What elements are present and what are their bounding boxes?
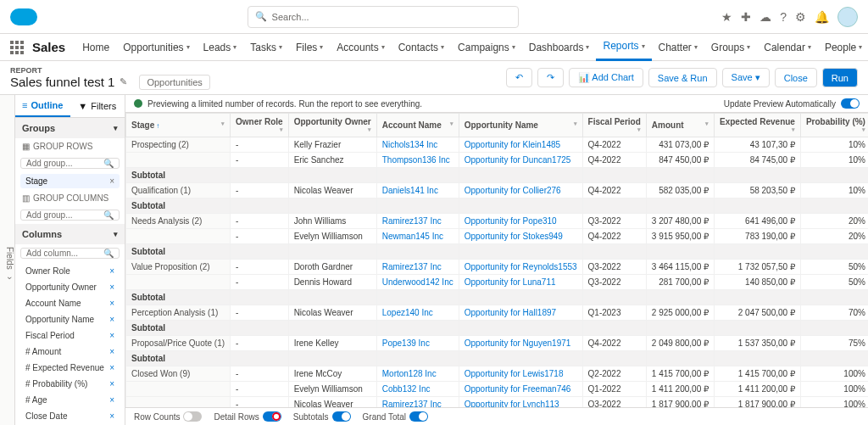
save-button[interactable]: Save ▾ xyxy=(722,68,770,87)
column-field[interactable]: # Age× xyxy=(20,393,120,407)
remove-icon[interactable]: × xyxy=(109,331,114,340)
search-icon: 🔍 xyxy=(103,210,114,220)
groups-section: Groups▾ xyxy=(15,118,125,138)
help-icon[interactable]: ? xyxy=(780,10,787,24)
table-row: -Dennis HowardUnderwood142 IncOpportunit… xyxy=(126,275,869,290)
nav-campaigns[interactable]: Campaigns ▾ xyxy=(451,34,522,61)
add-group-input[interactable]: Add group...🔍 xyxy=(20,158,120,169)
undo-button[interactable]: ↶ xyxy=(506,68,532,87)
add-icon[interactable]: ✚ xyxy=(741,10,751,24)
group-cols-label: ▥ GROUP COLUMNS xyxy=(15,190,125,206)
column-field[interactable]: Account Name× xyxy=(20,296,120,310)
app-name: Sales xyxy=(32,40,65,54)
subtotal-row: Subtotal xyxy=(126,321,869,336)
setup-gear-icon[interactable]: ⚙ xyxy=(795,10,806,24)
remove-icon[interactable]: × xyxy=(109,282,114,292)
nav-reports[interactable]: Reports ▾ xyxy=(596,34,651,61)
report-type-chip: Opportunities xyxy=(139,75,209,90)
remove-icon[interactable]: × xyxy=(109,347,114,356)
detail-rows-toggle[interactable] xyxy=(263,411,281,422)
fields-panel-tab[interactable]: Fields › xyxy=(0,95,15,425)
global-search[interactable]: 🔍 Search... xyxy=(248,6,519,28)
favorite-icon[interactable]: ★ xyxy=(721,10,732,24)
nav-people[interactable]: People ▾ xyxy=(818,34,868,61)
remove-icon[interactable]: × xyxy=(109,363,114,372)
group-pill-stage[interactable]: Stage× xyxy=(20,174,120,188)
cloud-icon[interactable]: ☁ xyxy=(760,10,771,24)
add-group-col-input[interactable]: Add group...🔍 xyxy=(20,210,120,221)
table-row: Value Proposition (2)-Doroth GardnerRami… xyxy=(126,260,869,275)
col-header[interactable]: Account Name▾ xyxy=(376,114,459,137)
subtotals-toggle[interactable] xyxy=(332,411,351,422)
remove-icon[interactable]: × xyxy=(109,176,114,186)
columns-section: Columns▾ xyxy=(15,224,125,244)
column-field[interactable]: Opportunity Owner× xyxy=(20,280,120,294)
col-header[interactable]: Owner Role▾ xyxy=(231,114,289,137)
add-chart-button[interactable]: 📊 Add Chart xyxy=(569,68,643,87)
subtotals-label: Subtotals xyxy=(293,412,329,422)
nav-home[interactable]: Home xyxy=(75,34,116,61)
col-header[interactable]: Expected Revenue▾ xyxy=(714,114,800,137)
chevron-down-icon[interactable]: ▾ xyxy=(114,124,118,132)
remove-icon[interactable]: × xyxy=(109,379,114,389)
auto-update-toggle[interactable] xyxy=(841,98,860,109)
edit-name-icon[interactable]: ✎ xyxy=(120,76,127,87)
column-field[interactable]: Close Date× xyxy=(20,409,120,423)
remove-icon[interactable]: × xyxy=(109,266,114,276)
nav-chatter[interactable]: Chatter ▾ xyxy=(652,34,704,61)
col-header[interactable]: Opportunity Name▾ xyxy=(459,114,582,137)
search-icon: 🔍 xyxy=(103,249,114,258)
remove-icon[interactable]: × xyxy=(109,395,114,405)
col-header[interactable]: Amount▾ xyxy=(646,114,714,137)
column-field[interactable]: Fiscal Period× xyxy=(20,328,120,343)
table-row: Prospecting (2)-Kelly FrazierNichols134 … xyxy=(126,137,869,153)
remove-icon[interactable]: × xyxy=(109,315,114,324)
nav-leads[interactable]: Leads ▾ xyxy=(197,34,244,61)
chevron-down-icon[interactable]: ▾ xyxy=(114,230,118,238)
nav-contacts[interactable]: Contacts ▾ xyxy=(392,34,451,61)
row-counts-toggle[interactable] xyxy=(183,411,202,422)
grand-total-label: Grand Total xyxy=(363,412,407,422)
subtotal-row: Subtotal xyxy=(126,168,869,183)
subtotal-row: Subtotal xyxy=(126,351,869,366)
close-button[interactable]: Close xyxy=(775,68,817,87)
table-row: -Evelyn WilliamsonNewman145 IncOpportuni… xyxy=(126,229,869,244)
nav-tasks[interactable]: Tasks ▾ xyxy=(243,34,289,61)
col-header[interactable]: Fiscal Period▾ xyxy=(582,114,646,137)
redo-button[interactable]: ↷ xyxy=(537,68,564,87)
outline-tab[interactable]: ≡ Outline xyxy=(15,95,70,117)
avatar[interactable] xyxy=(837,7,858,27)
grand-total-toggle[interactable] xyxy=(409,411,428,422)
search-icon: 🔍 xyxy=(255,11,267,22)
nav-opportunities[interactable]: Opportunities ▾ xyxy=(116,34,196,61)
auto-update-label: Update Preview Automatically xyxy=(724,99,836,109)
nav-accounts[interactable]: Accounts ▾ xyxy=(330,34,391,61)
col-header[interactable]: Stage↑▾ xyxy=(126,114,231,137)
column-field[interactable]: Opportunity Name× xyxy=(20,312,120,327)
add-column-input[interactable]: Add column...🔍 xyxy=(20,248,120,259)
table-row: Perception Analysis (1)-Nicolas WeaverLo… xyxy=(126,305,869,321)
column-field[interactable]: # Probability (%)× xyxy=(20,377,120,391)
detail-rows-label: Detail Rows xyxy=(214,412,259,422)
column-field[interactable]: # Amount× xyxy=(20,344,120,359)
salesforce-logo xyxy=(10,8,37,25)
nav-files[interactable]: Files ▾ xyxy=(289,34,330,61)
remove-icon[interactable]: × xyxy=(109,411,114,421)
nav-calendar[interactable]: Calendar ▾ xyxy=(757,34,818,61)
col-header[interactable]: Opportunity Owner▾ xyxy=(288,114,376,137)
column-field[interactable]: # Expected Revenue× xyxy=(20,361,120,375)
app-launcher-icon[interactable] xyxy=(10,41,24,54)
remove-icon[interactable]: × xyxy=(109,299,114,308)
notifications-icon[interactable]: 🔔 xyxy=(815,10,829,24)
table-row: -Eric SanchezThompson136 IncOpportunity … xyxy=(126,153,869,168)
save-run-button[interactable]: Save & Run xyxy=(648,68,717,87)
report-table: Stage↑▾Owner Role▾Opportunity Owner▾Acco… xyxy=(125,113,868,407)
nav-dashboards[interactable]: Dashboards ▾ xyxy=(522,34,597,61)
column-field[interactable]: Owner Role× xyxy=(20,264,120,278)
nav-groups[interactable]: Groups ▾ xyxy=(704,34,757,61)
col-header[interactable]: Probability (%)▾ xyxy=(800,114,868,137)
filters-tab[interactable]: ▼ Filters xyxy=(70,95,125,117)
search-icon: 🔍 xyxy=(103,159,114,168)
table-row: Qualification (1)-Nicolas WeaverDaniels1… xyxy=(126,183,869,199)
run-button[interactable]: Run xyxy=(822,68,858,87)
